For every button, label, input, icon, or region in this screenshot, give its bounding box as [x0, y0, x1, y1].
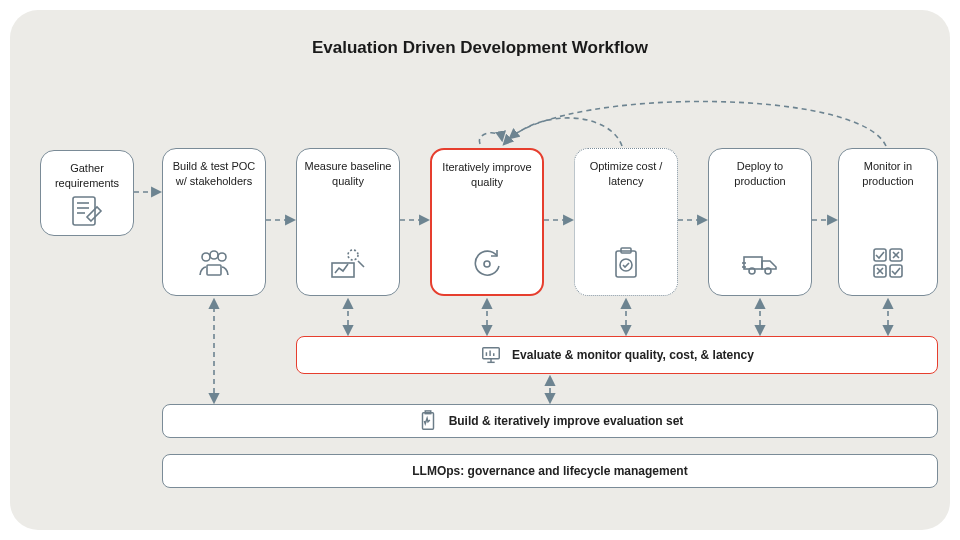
step-build-poc: Build & test POC w/ stakeholders — [162, 148, 266, 296]
diagram-title: Evaluation Driven Development Workflow — [10, 38, 950, 58]
step-label: Optimize cost / latency — [581, 159, 671, 189]
svg-rect-7 — [207, 265, 221, 275]
svg-point-9 — [348, 250, 358, 260]
bar-label: LLMOps: governance and lifecycle managem… — [412, 464, 687, 478]
step-label: Monitor in production — [845, 159, 931, 189]
step-deploy-production: Deploy to production — [708, 148, 812, 296]
step-label: Measure baseline quality — [303, 159, 393, 189]
step-label: Build & test POC w/ stakeholders — [169, 159, 259, 189]
bar-evaluate-monitor: Evaluate & monitor quality, cost, & late… — [296, 336, 938, 374]
step-label: Gather requirements — [47, 161, 127, 191]
clipboard-check-icon — [606, 243, 646, 283]
chart-pencil-icon — [328, 243, 368, 283]
svg-point-4 — [202, 253, 210, 261]
svg-rect-19 — [874, 249, 886, 261]
step-label: Iteratively improve quality — [438, 160, 536, 190]
step-optimize-cost-latency: Optimize cost / latency — [574, 148, 678, 296]
note-pencil-icon — [67, 191, 107, 231]
svg-rect-11 — [616, 251, 636, 277]
svg-rect-22 — [890, 265, 902, 277]
bar-label: Build & iteratively improve evaluation s… — [449, 414, 684, 428]
svg-rect-14 — [744, 257, 762, 269]
step-gather-requirements: Gather requirements — [40, 150, 134, 236]
svg-point-10 — [484, 261, 490, 267]
step-label: Deploy to production — [715, 159, 805, 189]
bar-label: Evaluate & monitor quality, cost, & late… — [512, 348, 754, 362]
clipboard-lines-icon — [417, 410, 439, 432]
step-monitor-production: Monitor in production — [838, 148, 938, 296]
bar-llmops: LLMOps: governance and lifecycle managem… — [162, 454, 938, 488]
people-icon — [194, 243, 234, 283]
step-iteratively-improve: Iteratively improve quality — [430, 148, 544, 296]
cycle-icon — [467, 242, 507, 282]
monitor-chart-icon — [480, 344, 502, 366]
grid-check-icon — [868, 243, 908, 283]
svg-rect-27 — [483, 348, 500, 359]
workflow-canvas: Evaluation Driven Development Workflow G… — [10, 10, 950, 530]
svg-point-6 — [210, 251, 218, 259]
bar-build-eval-set: Build & iteratively improve evaluation s… — [162, 404, 938, 438]
svg-point-5 — [218, 253, 226, 261]
step-measure-baseline: Measure baseline quality — [296, 148, 400, 296]
truck-icon — [740, 243, 780, 283]
